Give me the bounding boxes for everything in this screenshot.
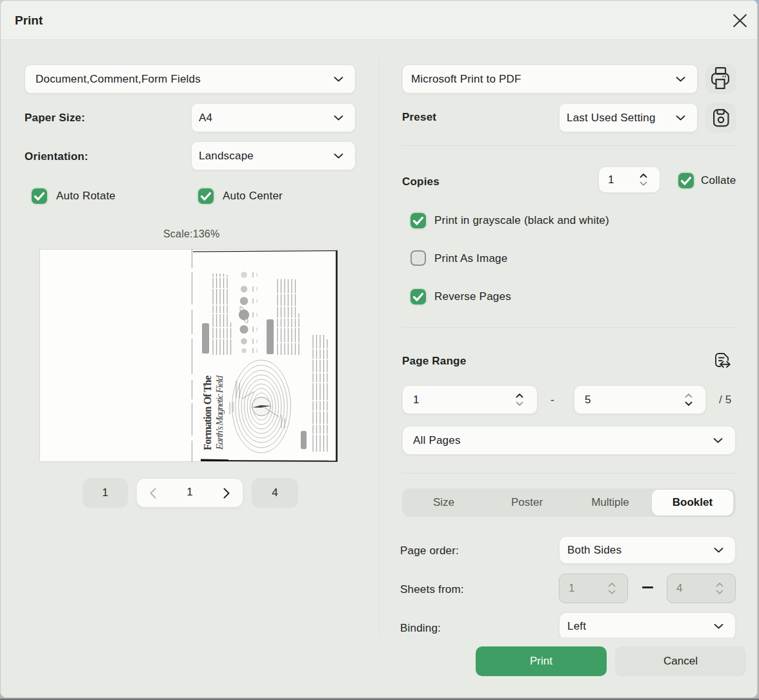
svg-text:Earth's Magnetic Field: Earth's Magnetic Field [214,375,225,450]
svg-text:Formation Of The: Formation Of The [201,375,214,450]
